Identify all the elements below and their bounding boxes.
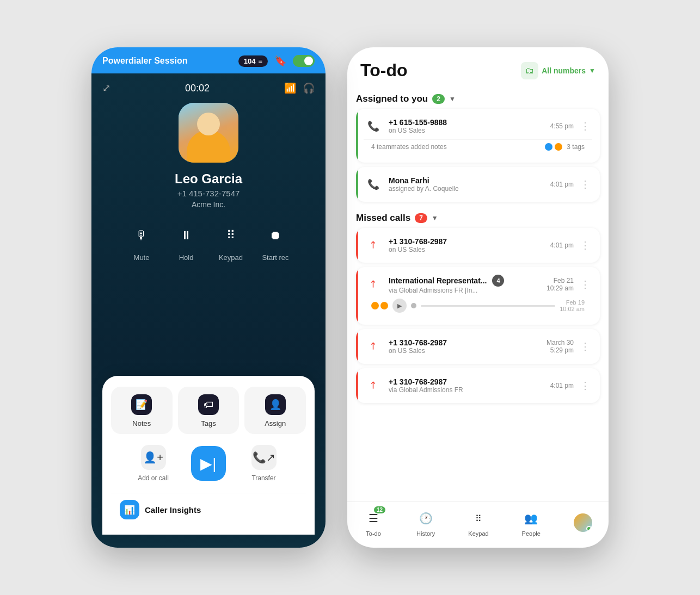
call-count-badge: 4 bbox=[492, 275, 504, 287]
item-inner: ↙ International Representat... 4 via Glo… bbox=[364, 275, 592, 294]
assigned-item-1[interactable]: 📞 +1 615-155-9888 on US Sales 4:55 pm ⋮ … bbox=[356, 109, 600, 163]
more-options-icon[interactable]: ⋮ bbox=[578, 237, 592, 253]
nav-history[interactable]: 🕐 History bbox=[416, 509, 435, 537]
tags-icon: 🏷 bbox=[198, 394, 219, 415]
assign-button[interactable]: 👤 Assign bbox=[244, 387, 306, 434]
notes-button[interactable]: 📝 Notes bbox=[111, 387, 173, 434]
missed-item-2[interactable]: ↙ International Representat... 4 via Glo… bbox=[356, 267, 600, 325]
more-options-icon[interactable]: ⋮ bbox=[578, 276, 592, 293]
transfer-button[interactable]: 📞↗ Transfer bbox=[226, 445, 302, 482]
toggle-switch[interactable] bbox=[293, 55, 315, 67]
nav-avatar[interactable] bbox=[574, 513, 592, 532]
call-sub: on US Sales bbox=[389, 246, 447, 253]
session-count-badge: 104 ≡ bbox=[238, 55, 268, 67]
call-area: ⤢ 00:02 📶 🎧 Leo Garcia +1 415-732-7547 A… bbox=[91, 73, 326, 548]
add-or-call-button[interactable]: 👤+ Add or call bbox=[115, 445, 191, 482]
play-button[interactable]: ▶ bbox=[392, 299, 407, 313]
numbers-filter[interactable]: 🗂 All numbers ▼ bbox=[521, 62, 595, 79]
bookmark-icon[interactable]: 🔖 bbox=[274, 55, 286, 67]
avatar-image bbox=[179, 103, 238, 163]
call-name: +1 310-768-2987 bbox=[389, 377, 463, 386]
nav-todo[interactable]: ☰ 12 To-do bbox=[364, 509, 383, 537]
call-info: International Representat... 4 via Globa… bbox=[389, 275, 504, 294]
item-left: 📞 +1 615-155-9888 on US Sales bbox=[364, 116, 447, 136]
mute-icon: 🎙 bbox=[128, 222, 155, 249]
caller-insights-bar[interactable]: 📊 Caller Insights bbox=[111, 493, 306, 526]
missed-item-4[interactable]: ↙ +1 310-768-2987 via Global Admissions … bbox=[356, 368, 600, 403]
caller-company: Acme Inc. bbox=[192, 200, 225, 209]
call-sub: via Global Admissions FR bbox=[389, 386, 463, 394]
headset-icon[interactable]: 🎧 bbox=[303, 82, 315, 94]
action-buttons: 📝 Notes 🏷 Tags 👤 Assign bbox=[111, 387, 306, 434]
add-call-icon: 👤+ bbox=[141, 445, 166, 470]
more-options-icon[interactable]: ⋮ bbox=[578, 338, 592, 355]
expand-icon[interactable]: ⤢ bbox=[102, 82, 110, 94]
teammates-text: 4 teammates added notes bbox=[371, 143, 447, 151]
start-rec-label: Start rec bbox=[262, 253, 288, 262]
todo-nav-icon: ☰ 12 bbox=[364, 509, 383, 528]
item-inner: ↙ +1 310-768-2987 via Global Admissions … bbox=[364, 376, 592, 395]
assigned-item-2[interactable]: 📞 Mona Farhi assigned by A. Coquelle 4:0… bbox=[356, 167, 600, 202]
missed-item-3[interactable]: ↙ +1 310-768-2987 on US Sales March 30 5… bbox=[356, 329, 600, 364]
tags-count: 3 tags bbox=[567, 143, 585, 151]
keypad-button[interactable]: ⠿ Keypad bbox=[217, 222, 244, 262]
notes-label: Notes bbox=[132, 419, 151, 427]
missed-chevron-icon[interactable]: ▼ bbox=[432, 214, 438, 222]
audio-progress-bar[interactable] bbox=[421, 305, 555, 307]
missed-call-icon: ↙ bbox=[360, 372, 388, 400]
assign-label: Assign bbox=[265, 419, 286, 427]
call-time: Feb 21 10:29 am bbox=[547, 277, 574, 292]
people-nav-icon: 👥 bbox=[521, 509, 541, 528]
hold-button[interactable]: ⏸ Hold bbox=[173, 222, 200, 262]
people-nav-label: People bbox=[522, 530, 541, 537]
powerdialer-header: Powerdialer Session 104 ≡ 🔖 bbox=[91, 47, 326, 73]
call-time: 4:01 pm bbox=[550, 241, 574, 249]
tags-label: Tags bbox=[201, 419, 216, 427]
call-info: +1 310-768-2987 on US Sales bbox=[389, 237, 447, 253]
call-sub: on US Sales bbox=[389, 127, 447, 134]
green-bar bbox=[356, 109, 358, 163]
call-info: +1 310-768-2987 on US Sales bbox=[389, 338, 447, 355]
next-call-button[interactable]: ▶| bbox=[191, 446, 226, 481]
start-rec-button[interactable]: ⏺ Start rec bbox=[262, 222, 289, 262]
phone-icon: 📞 bbox=[364, 175, 383, 194]
missed-count-badge: 7 bbox=[415, 213, 427, 223]
todo-title: To-do bbox=[360, 60, 407, 80]
mute-button[interactable]: 🎙 Mute bbox=[128, 222, 155, 262]
online-indicator bbox=[586, 526, 592, 531]
user-avatar bbox=[574, 513, 592, 532]
tags-right: 3 tags bbox=[545, 143, 585, 151]
audio-dot-2 bbox=[380, 302, 388, 309]
call-time: 4:01 pm bbox=[550, 382, 574, 389]
more-options-icon[interactable]: ⋮ bbox=[578, 176, 592, 193]
keypad-nav-label: Keypad bbox=[468, 530, 488, 537]
call-top-right: 📶 🎧 bbox=[284, 82, 315, 94]
assigned-section-header: Assigned to you 2 ▼ bbox=[356, 87, 600, 109]
hold-icon: ⏸ bbox=[173, 222, 200, 249]
item-left: ↙ +1 310-768-2987 on US Sales bbox=[364, 337, 447, 356]
nav-keypad[interactable]: ⠿ Keypad bbox=[468, 509, 488, 537]
call-name: Mona Farhi bbox=[389, 176, 459, 185]
left-phone: Powerdialer Session 104 ≡ 🔖 ⤢ 00:02 📶 🎧 … bbox=[91, 47, 326, 548]
secondary-controls: 👤+ Add or call ▶| 📞↗ Transfer bbox=[111, 445, 306, 482]
insights-label: Caller Insights bbox=[145, 505, 201, 515]
call-controls: 🎙 Mute ⏸ Hold ⠿ Keypad ⏺ Start rec bbox=[128, 222, 289, 262]
assigned-title: Assigned to you bbox=[356, 94, 428, 104]
green-bar bbox=[356, 167, 358, 202]
missed-call-icon: ↙ bbox=[360, 333, 388, 361]
more-options-icon[interactable]: ⋮ bbox=[578, 377, 592, 394]
caller-avatar bbox=[179, 103, 238, 163]
tags-button[interactable]: 🏷 Tags bbox=[178, 387, 240, 434]
item-inner: 📞 Mona Farhi assigned by A. Coquelle 4:0… bbox=[364, 175, 592, 194]
right-phone: To-do 🗂 All numbers ▼ Assigned to you 2 … bbox=[347, 47, 609, 548]
nav-people[interactable]: 👥 People bbox=[521, 509, 541, 537]
item-left: ↙ +1 310-768-2987 on US Sales bbox=[364, 235, 447, 255]
missed-item-1[interactable]: ↙ +1 310-768-2987 on US Sales 4:01 pm ⋮ bbox=[356, 228, 600, 263]
history-nav-icon: 🕐 bbox=[416, 509, 435, 528]
missed-title: Missed calls bbox=[356, 213, 410, 224]
assigned-chevron-icon[interactable]: ▼ bbox=[449, 95, 456, 103]
more-options-icon[interactable]: ⋮ bbox=[578, 118, 592, 134]
item-left: 📞 Mona Farhi assigned by A. Coquelle bbox=[364, 175, 459, 194]
todo-header: To-do 🗂 All numbers ▼ bbox=[347, 47, 609, 87]
red-bar bbox=[356, 228, 358, 263]
